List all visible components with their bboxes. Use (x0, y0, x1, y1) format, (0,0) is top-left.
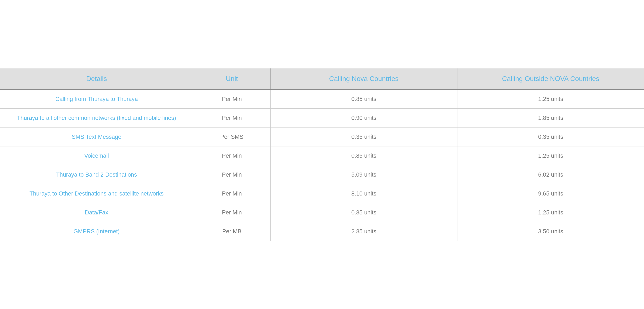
cell-calling-nova: 0.35 units (270, 127, 457, 146)
table-row: Data/FaxPer Min0.85 units1.25 units (0, 203, 644, 222)
cell-calling-outside: 1.25 units (457, 89, 644, 108)
header-details: Details (0, 69, 193, 90)
table-row: GMPRS (Internet)Per MB2.85 units3.50 uni… (0, 222, 644, 241)
header-calling-nova: Calling Nova Countries (270, 69, 457, 90)
header-calling-outside: Calling Outside NOVA Countries (457, 69, 644, 90)
cell-unit: Per Min (193, 108, 270, 127)
cell-unit: Per Min (193, 184, 270, 203)
table-header-row: Details Unit Calling Nova Countries Call… (0, 69, 644, 90)
cell-calling-nova: 5.09 units (270, 165, 457, 184)
cell-calling-outside: 6.02 units (457, 165, 644, 184)
cell-calling-nova: 0.90 units (270, 108, 457, 127)
cell-calling-outside: 0.35 units (457, 127, 644, 146)
cell-calling-nova: 0.85 units (270, 203, 457, 222)
cell-calling-outside: 3.50 units (457, 222, 644, 241)
cell-calling-outside: 1.25 units (457, 146, 644, 165)
cell-unit: Per Min (193, 165, 270, 184)
cell-details: Voicemail (0, 146, 193, 165)
cell-calling-outside: 9.65 units (457, 184, 644, 203)
cell-details: Thuraya to Band 2 Destinations (0, 165, 193, 184)
pricing-table: Details Unit Calling Nova Countries Call… (0, 69, 644, 241)
header-unit: Unit (193, 69, 270, 90)
cell-calling-nova: 8.10 units (270, 184, 457, 203)
cell-unit: Per Min (193, 89, 270, 108)
table-row: Thuraya to Band 2 DestinationsPer Min5.0… (0, 165, 644, 184)
cell-calling-nova: 0.85 units (270, 89, 457, 108)
cell-calling-nova: 0.85 units (270, 146, 457, 165)
cell-details: Thuraya to Other Destinations and satell… (0, 184, 193, 203)
cell-unit: Per Min (193, 203, 270, 222)
table-body: Calling from Thuraya to ThurayaPer Min0.… (0, 89, 644, 241)
table-row: Thuraya to all other common networks (fi… (0, 108, 644, 127)
table-row: Calling from Thuraya to ThurayaPer Min0.… (0, 89, 644, 108)
cell-calling-nova: 2.85 units (270, 222, 457, 241)
table-row: VoicemailPer Min0.85 units1.25 units (0, 146, 644, 165)
pricing-table-wrapper: Details Unit Calling Nova Countries Call… (0, 69, 644, 241)
cell-calling-outside: 1.85 units (457, 108, 644, 127)
cell-details: Data/Fax (0, 203, 193, 222)
cell-unit: Per MB (193, 222, 270, 241)
cell-details: Thuraya to all other common networks (fi… (0, 108, 193, 127)
cell-unit: Per SMS (193, 127, 270, 146)
cell-unit: Per Min (193, 146, 270, 165)
table-row: SMS Text MessagePer SMS0.35 units0.35 un… (0, 127, 644, 146)
cell-details: Calling from Thuraya to Thuraya (0, 89, 193, 108)
table-row: Thuraya to Other Destinations and satell… (0, 184, 644, 203)
cell-details: GMPRS (Internet) (0, 222, 193, 241)
cell-calling-outside: 1.25 units (457, 203, 644, 222)
cell-details: SMS Text Message (0, 127, 193, 146)
